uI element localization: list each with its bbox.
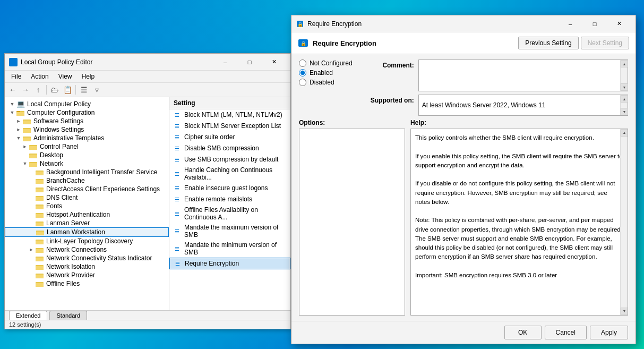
properties-button[interactable]: 📋 bbox=[62, 84, 73, 96]
tree-ha-label: Hotspot Authentication bbox=[46, 211, 110, 218]
sup-scroll-up[interactable]: ▲ bbox=[621, 95, 628, 103]
options-label: Options: bbox=[299, 119, 405, 126]
help-scroll-track bbox=[621, 137, 628, 308]
menu-view[interactable]: View bbox=[54, 72, 76, 81]
dialog-header-row: 🔒 Require Encryption Previous Setting Ne… bbox=[291, 32, 636, 54]
toolbar-sep-1 bbox=[46, 85, 47, 95]
tree-net-provider[interactable]: ► Network Provider bbox=[5, 271, 169, 279]
tab-extended[interactable]: Extended bbox=[9, 311, 47, 320]
radio-enabled-input[interactable] bbox=[299, 69, 306, 76]
view-button[interactable]: ☰ bbox=[78, 84, 90, 96]
help-scroll-up[interactable]: ▲ bbox=[621, 129, 628, 137]
tree-net-isolation[interactable]: ► Network Isolation bbox=[5, 262, 169, 271]
dialog-win-controls: – □ ✕ bbox=[558, 15, 631, 32]
tree-root[interactable]: ▼ 💻 Local Computer Policy bbox=[5, 99, 169, 108]
tree-lanman-workstation[interactable]: ► Lanman Workstation bbox=[5, 227, 169, 237]
apply-button[interactable]: Apply bbox=[590, 326, 628, 339]
settings-item-4[interactable]: ☰ Use SMB compression by default bbox=[169, 154, 290, 165]
dialog-close-button[interactable]: ✕ bbox=[607, 15, 631, 32]
svg-rect-18 bbox=[36, 180, 44, 184]
svg-rect-34 bbox=[36, 249, 44, 253]
radio-not-configured-input[interactable] bbox=[299, 59, 306, 67]
tree-dt-label: Desktop bbox=[40, 151, 63, 159]
tree-hotspot-auth[interactable]: ► Hotspot Authentication bbox=[5, 210, 169, 219]
settings-item-10[interactable]: ☰ Mandate the minimum version of SMB bbox=[169, 240, 290, 258]
tree-windows-settings[interactable]: ► Windows Settings bbox=[5, 125, 169, 134]
tree-fonts[interactable]: ► Fonts bbox=[5, 202, 169, 210]
settings-item-2[interactable]: ☰ Cipher suite order bbox=[169, 132, 290, 143]
tree-network[interactable]: ▼ Network bbox=[5, 159, 169, 168]
next-setting-button[interactable]: Next Setting bbox=[581, 37, 629, 49]
tree-net-connections[interactable]: ► Network Connections bbox=[5, 245, 169, 254]
dialog-maximize-button[interactable]: □ bbox=[582, 15, 607, 32]
settings-label-6: Enable insecure guest logons bbox=[184, 184, 268, 192]
menu-action[interactable]: Action bbox=[27, 72, 53, 81]
dialog-header-title: Require Encryption bbox=[313, 39, 514, 47]
comment-scroll-down[interactable]: ▼ bbox=[621, 83, 628, 91]
svg-rect-14 bbox=[29, 163, 37, 167]
tab-standard[interactable]: Standard bbox=[49, 311, 87, 320]
tree-offline-files[interactable]: ► Offline Files bbox=[5, 279, 169, 288]
settings-item-11[interactable]: ☰ Require Encryption bbox=[169, 258, 290, 269]
settings-label-10: Mandate the minimum version of SMB bbox=[184, 241, 287, 256]
settings-label-1: Block NTLM Server Exception List bbox=[184, 122, 281, 130]
radio-disabled-input[interactable] bbox=[299, 79, 306, 86]
up-button[interactable]: ↑ bbox=[32, 84, 44, 96]
sup-scroll-down[interactable]: ▼ bbox=[621, 108, 628, 115]
setting-icon-0: ☰ bbox=[173, 110, 181, 119]
tree-admin-templates[interactable]: ▼ Administrative Templates bbox=[5, 134, 169, 142]
minimize-button[interactable]: – bbox=[213, 54, 237, 71]
status-text: 12 setting(s) bbox=[9, 321, 41, 328]
tree-dns-client[interactable]: ► DNS Client bbox=[5, 193, 169, 202]
dialog-minimize-button[interactable]: – bbox=[558, 15, 582, 32]
menu-file[interactable]: File bbox=[7, 72, 25, 81]
forward-button[interactable]: → bbox=[20, 84, 31, 96]
settings-item-7[interactable]: ☰ Enable remote mailslots bbox=[169, 194, 290, 205]
supported-scrollbar: ▲ ▼ bbox=[620, 95, 628, 115]
tree-control-panel[interactable]: ► Control Panel bbox=[5, 142, 169, 151]
settings-item-1[interactable]: ☰ Block NTLM Server Exception List bbox=[169, 121, 290, 132]
help-scroll-down[interactable]: ▼ bbox=[621, 308, 628, 315]
back-button[interactable]: ← bbox=[7, 84, 19, 96]
tree-dns-label: DNS Client bbox=[46, 194, 78, 201]
settings-item-8[interactable]: ☰ Offline Files Availability on Continuo… bbox=[169, 205, 290, 223]
cancel-button[interactable]: Cancel bbox=[545, 326, 587, 339]
maximize-button[interactable]: □ bbox=[237, 54, 262, 71]
tree-software-settings[interactable]: ► Software Settings bbox=[5, 117, 169, 125]
settings-label-0: Block NTLM (LM, NTLM, NTLMv2) bbox=[184, 111, 282, 118]
tree-directaccess[interactable]: ► DirectAccess Client Experience Setting… bbox=[5, 185, 169, 193]
comment-scroll-up[interactable]: ▲ bbox=[621, 60, 628, 67]
folder-icon-dt bbox=[29, 152, 38, 158]
comment-box: ▲ ▼ bbox=[418, 59, 628, 91]
refresh-button[interactable]: 🗁 bbox=[49, 84, 61, 96]
svg-rect-30 bbox=[36, 232, 44, 235]
help-text: This policy controls whether the SMB cli… bbox=[415, 134, 624, 278]
tree-branchcache[interactable]: ► BranchCache bbox=[5, 176, 169, 185]
previous-setting-button[interactable]: Previous Setting bbox=[518, 37, 578, 49]
tree-ncsi[interactable]: ► Network Connectivity Status Indicator bbox=[5, 254, 169, 262]
right-top-section: Comment: ▲ ▼ Supported on: At least Wind… bbox=[361, 59, 628, 116]
gpe-close-button[interactable]: ✕ bbox=[262, 54, 286, 71]
settings-item-5[interactable]: ☰ Handle Caching on Continuous Availabi.… bbox=[169, 165, 290, 183]
ok-button[interactable]: OK bbox=[504, 326, 542, 339]
tree-desktop[interactable]: ► Desktop bbox=[5, 151, 169, 159]
settings-item-9[interactable]: ☰ Mandate the maximum version of SMB bbox=[169, 223, 290, 240]
settings-item-0[interactable]: ☰ Block NTLM (LM, NTLM, NTLMv2) bbox=[169, 109, 290, 121]
settings-item-3[interactable]: ☰ Disable SMB compression bbox=[169, 143, 290, 154]
tree-at-label: Administrative Templates bbox=[33, 134, 104, 142]
tree-lltd[interactable]: ► Link-Layer Topology Discovery bbox=[5, 237, 169, 245]
tree-lanman-server[interactable]: ► Lanman Server bbox=[5, 219, 169, 227]
svg-text:🔒: 🔒 bbox=[297, 21, 304, 28]
options-box bbox=[299, 129, 405, 316]
svg-rect-22 bbox=[36, 197, 44, 201]
gpe-window: Local Group Policy Editor – □ ✕ File Act… bbox=[4, 53, 291, 329]
tree-bits[interactable]: ► Background Intelligent Transfer Servic… bbox=[5, 168, 169, 176]
settings-item-6[interactable]: ☰ Enable insecure guest logons bbox=[169, 183, 290, 194]
supported-value: At least Windows Server 2022, Windows 11 bbox=[422, 101, 546, 109]
tree-of-label: Offline Files bbox=[46, 280, 80, 287]
tree-computer-config[interactable]: ▼ Computer Configuration bbox=[5, 108, 169, 117]
settings-header: Setting bbox=[169, 97, 290, 109]
filter-button[interactable]: ▿ bbox=[91, 84, 102, 96]
menu-help[interactable]: Help bbox=[78, 72, 99, 81]
tree-ls-label: Lanman Server bbox=[46, 219, 90, 227]
